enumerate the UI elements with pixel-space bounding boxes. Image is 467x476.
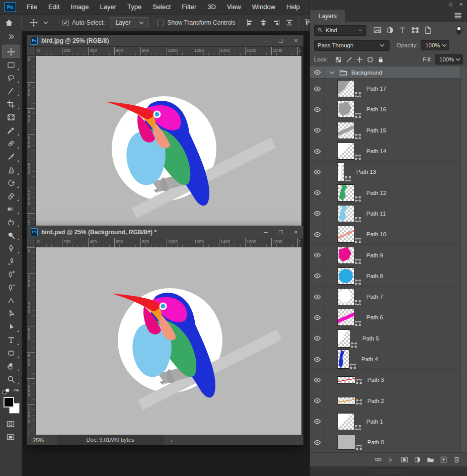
visibility-toggle[interactable] — [310, 328, 325, 349]
new-layer-button[interactable] — [440, 456, 447, 463]
minimize-button[interactable]: – — [258, 226, 273, 238]
tool-lasso[interactable] — [2, 72, 20, 84]
adjustment-layer-filter-button[interactable] — [386, 26, 394, 34]
layer-row[interactable]: Path 10 — [310, 224, 460, 245]
blend-mode-dropdown[interactable]: Pass Through — [314, 40, 390, 51]
pixel-layer-filter-button[interactable] — [373, 26, 381, 34]
close-button[interactable]: × — [288, 35, 303, 47]
layer-thumbnail[interactable] — [337, 247, 354, 264]
tool-crop[interactable] — [2, 98, 20, 110]
layer-row[interactable]: Path 6 — [310, 307, 460, 328]
layer-row[interactable]: Path 5 — [310, 328, 460, 349]
tool-direct-selection[interactable] — [2, 307, 20, 320]
visibility-toggle[interactable] — [310, 349, 325, 369]
link-layers-button[interactable] — [374, 456, 382, 463]
doc1-horizontal-ruler[interactable]: 0200400600800100012001400160018002000 — [36, 47, 300, 56]
lock-artboard-button[interactable] — [367, 56, 373, 63]
new-adjustment-layer-button[interactable] — [414, 456, 421, 463]
minimize-button[interactable]: – — [258, 35, 273, 47]
layer-group-background[interactable]: Background — [310, 66, 460, 79]
toolbar-expand-icon[interactable] — [7, 33, 15, 41]
auto-select-mode-dropdown[interactable]: Layer — [110, 17, 149, 28]
menu-item-view[interactable]: View — [221, 0, 247, 14]
doc2-horizontal-ruler[interactable]: 0200400600800100012001400160018002000 — [36, 238, 300, 247]
layer-thumbnail[interactable] — [337, 80, 354, 97]
doc-size-info[interactable]: Doc: 9.01M/0 bytes — [57, 435, 164, 445]
lock-transparency-button[interactable] — [335, 56, 342, 63]
zoom-level-field[interactable]: 25% — [27, 437, 57, 443]
tool-gradient[interactable] — [2, 202, 20, 215]
photoshop-logo[interactable]: Ps — [4, 2, 16, 12]
delete-layer-button[interactable] — [453, 456, 460, 463]
layer-style-fx-button[interactable]: fx — [387, 456, 395, 463]
visibility-toggle[interactable] — [310, 266, 325, 286]
visibility-toggle[interactable] — [310, 99, 325, 119]
layer-thumbnail[interactable] — [337, 226, 354, 243]
layer-thumbnail[interactable] — [337, 413, 354, 430]
group-expand-icon[interactable] — [328, 69, 336, 77]
tool-clone-stamp[interactable] — [2, 163, 20, 176]
layer-row[interactable]: Path 9 — [310, 245, 460, 265]
layer-list-scrollbar[interactable] — [460, 66, 467, 452]
tool-rounded-rectangle[interactable] — [2, 347, 20, 359]
layer-thumbnail[interactable] — [337, 184, 354, 201]
tool-move[interactable] — [2, 45, 20, 58]
layer-thumbnail[interactable] — [337, 329, 350, 348]
layer-row[interactable]: Path 13 — [310, 162, 460, 182]
maximize-button[interactable]: □ — [273, 35, 288, 47]
visibility-toggle[interactable] — [310, 79, 325, 99]
layer-thumbnail[interactable] — [337, 309, 354, 326]
move-tool-preset-icon[interactable] — [26, 19, 42, 27]
visibility-toggle[interactable] — [310, 224, 325, 244]
visibility-toggle[interactable] — [310, 162, 325, 182]
menu-item-edit[interactable]: Edit — [43, 0, 65, 14]
tool-zoom[interactable] — [2, 373, 20, 385]
visibility-toggle[interactable] — [310, 390, 325, 411]
layer-thumbnail[interactable] — [337, 205, 354, 222]
layer-row[interactable]: Path 4 — [310, 349, 460, 370]
layer-thumbnail[interactable] — [337, 267, 354, 285]
tool-brush[interactable] — [2, 150, 20, 163]
menu-item-file[interactable]: File — [21, 0, 43, 14]
tool-dodge[interactable] — [2, 229, 20, 241]
status-expander[interactable]: › — [164, 437, 173, 443]
layer-thumbnail[interactable] — [337, 376, 355, 384]
doc2-titlebar[interactable]: Ps bird.psd @ 25% (Background, RGB/8#) *… — [27, 226, 303, 238]
chevron-down-icon[interactable] — [42, 19, 54, 27]
layer-row[interactable]: Path 12 — [310, 182, 460, 203]
layer-row[interactable]: Path 0 — [310, 432, 460, 452]
screen-mode-icon[interactable] — [7, 433, 15, 441]
tool-type[interactable] — [2, 333, 20, 346]
layer-row[interactable]: Path 15 — [310, 120, 460, 141]
tool-convert-point[interactable] — [2, 294, 20, 307]
doc1-titlebar[interactable]: Ps bird.jpg @ 25% (RGB/8) –□× — [27, 35, 303, 47]
visibility-toggle[interactable] — [310, 432, 325, 452]
menu-item-window[interactable]: Window — [247, 0, 281, 14]
visibility-toggle[interactable] — [310, 245, 325, 265]
layer-thumbnail[interactable] — [337, 397, 355, 404]
tool-magic-wand[interactable] — [2, 85, 20, 97]
opacity-field[interactable]: 100% — [421, 40, 449, 50]
tool-smudge[interactable] — [2, 216, 20, 228]
new-group-button[interactable] — [427, 456, 434, 463]
visibility-toggle[interactable] — [310, 412, 325, 432]
layer-thumbnail[interactable] — [337, 350, 349, 369]
ruler-corner[interactable] — [27, 47, 36, 56]
layer-thumbnail[interactable] — [337, 143, 354, 160]
doc1-vertical-ruler[interactable]: 020040060080010001200 — [27, 56, 36, 231]
align-left-edges-button[interactable] — [246, 19, 254, 27]
tool-eraser[interactable] — [2, 189, 20, 202]
visibility-toggle[interactable] — [310, 287, 325, 307]
doc2-vertical-ruler[interactable]: 0200400600800100012001400 — [27, 247, 36, 435]
layer-thumbnail[interactable] — [337, 288, 354, 305]
align-vertical-centers-button[interactable] — [259, 19, 267, 27]
layer-row[interactable]: Path 2 — [310, 390, 460, 411]
tool-history-brush[interactable] — [2, 176, 20, 189]
layer-row[interactable]: Path 7 — [310, 287, 460, 307]
menu-item-select[interactable]: Select — [147, 0, 176, 14]
tool-eyedropper[interactable] — [2, 124, 20, 137]
distribute-horizontal-centers-button[interactable] — [285, 19, 293, 27]
tool-pen[interactable] — [2, 242, 20, 254]
visibility-toggle[interactable] — [310, 203, 325, 224]
tool-rectangular-marquee[interactable] — [2, 58, 20, 71]
